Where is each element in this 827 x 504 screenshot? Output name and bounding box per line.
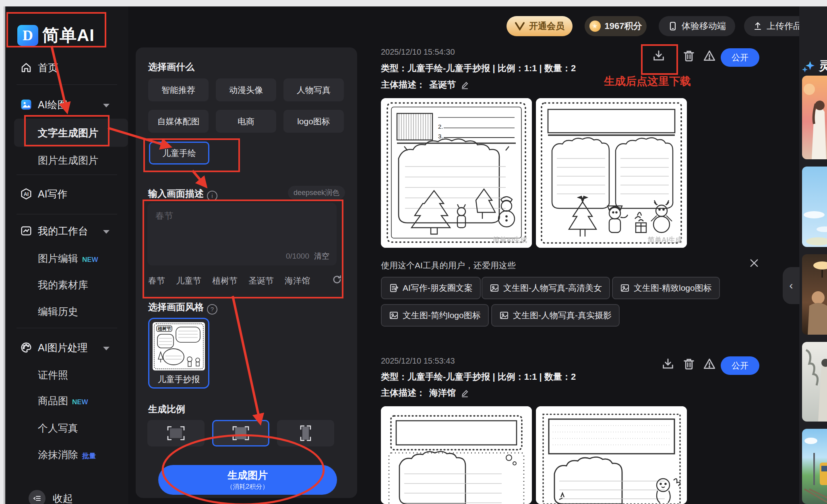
generate-cost: （消耗2积分） xyxy=(227,483,269,491)
section-title-what: 选择画什么 xyxy=(148,61,194,73)
edit-pencil-icon[interactable] xyxy=(460,80,469,90)
category-media-image[interactable]: 自媒体配图 xyxy=(148,110,209,133)
sidebar-item-text-to-image[interactable]: 文字生成图片 xyxy=(5,125,128,141)
entry1-report-icon[interactable] xyxy=(703,49,716,63)
entry1-publish-button[interactable]: 公开 xyxy=(721,48,759,67)
entry1-download-icon[interactable] xyxy=(652,49,666,63)
ai-draw-icon xyxy=(20,99,32,111)
related-tag-ai-writing[interactable]: AI写作-朋友圈文案 xyxy=(381,277,481,299)
collapse-icon xyxy=(29,490,45,504)
mobile-app-button[interactable]: 体验移动端 xyxy=(659,16,735,36)
vip-subscribe-button[interactable]: 开通会员 xyxy=(507,16,573,36)
category-logo[interactable]: logo图标 xyxy=(283,110,344,133)
entry2-download-icon[interactable] xyxy=(661,357,675,371)
sidebar-item-workbench[interactable]: 我的工作台 xyxy=(5,223,128,239)
sidebar-item-label: 首页 xyxy=(38,61,58,74)
related-tag-simple-logo[interactable]: 文生图-简约logo图标 xyxy=(381,304,489,327)
sidebar-item-ai-writing[interactable]: AI AI写作 xyxy=(5,186,128,202)
sidebar-item-ai-draw[interactable]: AI绘图 xyxy=(5,97,128,113)
app-logo[interactable]: D 简单AI xyxy=(17,24,95,47)
inspiration-thumbnail[interactable] xyxy=(802,254,827,335)
image-icon xyxy=(389,311,399,320)
entry2-image-1[interactable] xyxy=(381,406,532,504)
tag-label: 文生图-精致logo图标 xyxy=(634,282,712,294)
subject-value: 圣诞节 xyxy=(429,79,456,91)
upload-label: 上传作品 xyxy=(767,20,802,32)
rail-collapse-handle[interactable]: ‹ xyxy=(783,267,800,304)
divider xyxy=(17,214,117,214)
inspiration-thumbnail[interactable] xyxy=(802,76,827,159)
sidebar-item-label: 证件照 xyxy=(38,368,68,382)
sidebar-collapse-button[interactable]: 收起 xyxy=(29,490,73,504)
points-label: 1967积分 xyxy=(605,20,642,32)
suggestion-chip[interactable]: 儿童节 xyxy=(176,275,201,286)
chevron-down-icon xyxy=(103,347,110,350)
workbench-icon xyxy=(20,225,32,237)
sidebar-item-ai-image-processing[interactable]: AI图片处理 xyxy=(5,339,128,356)
inspiration-thumbnail[interactable] xyxy=(802,167,827,247)
suggestion-chip[interactable]: 春节 xyxy=(148,275,165,286)
entry1-meta: 类型：儿童手绘-儿童手抄报 | 比例：1:1 | 数量：2 xyxy=(381,62,576,74)
info-icon[interactable]: i xyxy=(207,191,217,201)
suggestion-chip[interactable]: 植树节 xyxy=(212,275,238,286)
sidebar-item-label: 涂抹消除批量 xyxy=(38,448,96,461)
ratio-option-portrait[interactable] xyxy=(277,420,334,446)
doc-icon xyxy=(389,283,399,293)
category-anime-avatar[interactable]: 动漫头像 xyxy=(216,78,276,101)
category-portrait[interactable]: 人物写真 xyxy=(283,78,344,101)
related-tag-fine-logo[interactable]: 文生图-精致logo图标 xyxy=(612,277,720,299)
entry1-image-1[interactable]: 2. 3. 简单AI生成 xyxy=(381,98,532,248)
divider xyxy=(17,84,117,85)
category-children-drawing[interactable]: 儿童手绘 xyxy=(149,142,209,165)
entry2-report-icon[interactable] xyxy=(703,357,716,371)
category-smart-recommend[interactable]: 智能推荐 xyxy=(148,78,209,101)
coin-icon: ★ xyxy=(589,21,601,32)
edit-pencil-icon[interactable] xyxy=(460,388,469,398)
sidebar-item-portrait[interactable]: 个人写真 xyxy=(5,420,128,436)
sidebar-item-assets[interactable]: 我的素材库 xyxy=(5,277,128,293)
points-button[interactable]: ★ 1967积分 xyxy=(585,16,647,36)
question-icon[interactable]: ? xyxy=(207,304,217,315)
entry1-timestamp: 2025/12/10 15:54:30 xyxy=(381,47,455,57)
inspiration-thumbnail[interactable] xyxy=(802,342,827,422)
new-badge: NEW xyxy=(72,398,88,406)
clear-button[interactable]: 清空 xyxy=(314,252,329,260)
tag-label: AI写作-朋友圈文案 xyxy=(403,282,473,294)
style-card-children-newspaper[interactable]: 植树节 儿童手抄报 xyxy=(148,318,209,389)
entry2-publish-button[interactable]: 公开 xyxy=(721,356,759,375)
sidebar-item-image-to-image[interactable]: 图片生成图片 xyxy=(5,152,128,168)
divider xyxy=(17,175,117,175)
entry2-delete-icon[interactable] xyxy=(682,357,696,371)
entry2-image-2[interactable] xyxy=(536,406,687,504)
style-name: 儿童手抄报 xyxy=(149,374,208,385)
subject-label: 主体描述： xyxy=(381,79,425,91)
refresh-icon[interactable] xyxy=(332,274,342,285)
related-tag-real-photo[interactable]: 文生图-人物写真-真实摄影 xyxy=(491,304,620,327)
sidebar-item-edit-history[interactable]: 编辑历史 xyxy=(5,303,128,319)
related-title: 使用这个AI工具的用户，还爱用这些 xyxy=(381,260,516,271)
image-icon xyxy=(499,311,509,320)
ratio-option-landscape[interactable] xyxy=(147,420,205,446)
sidebar-item-image-edit[interactable]: 图片编辑NEW xyxy=(5,250,128,266)
svg-text:AI: AI xyxy=(24,191,29,197)
ai-writing-icon: AI xyxy=(20,188,32,200)
close-icon[interactable] xyxy=(748,257,760,269)
inspiration-thumbnail[interactable] xyxy=(802,429,827,504)
sidebar-item-product-image[interactable]: 商品图NEW xyxy=(5,393,128,409)
deepseek-polish-button[interactable]: deepseek润色 xyxy=(288,186,345,200)
collapse-label: 收起 xyxy=(53,492,73,504)
ratio-option-square-selected[interactable] xyxy=(212,420,269,446)
generate-button[interactable]: 生成图片 （消耗2积分） xyxy=(158,465,337,495)
sidebar-item-home[interactable]: 首页 xyxy=(5,60,128,76)
suggestion-chip[interactable]: 海洋馆 xyxy=(285,275,310,286)
sidebar-item-smear-erase[interactable]: 涂抹消除批量 xyxy=(5,446,128,463)
sparkle-icon xyxy=(802,60,816,72)
sidebar: D 简单AI 首页 AI绘图 文字生成图片 图片生成图片 xyxy=(5,6,128,504)
entry1-image-2[interactable]: 简单AI生成 xyxy=(536,98,687,248)
suggestion-chip[interactable]: 圣诞节 xyxy=(248,275,274,286)
entry1-delete-icon[interactable] xyxy=(682,49,696,63)
entry1-subject: 主体描述： 圣诞节 xyxy=(381,79,469,91)
sidebar-item-id-photo[interactable]: 证件照 xyxy=(5,367,128,383)
category-ecommerce[interactable]: 电商 xyxy=(216,110,276,133)
related-tag-portrait-beauty[interactable]: 文生图-人物写真-高清美女 xyxy=(482,277,610,299)
